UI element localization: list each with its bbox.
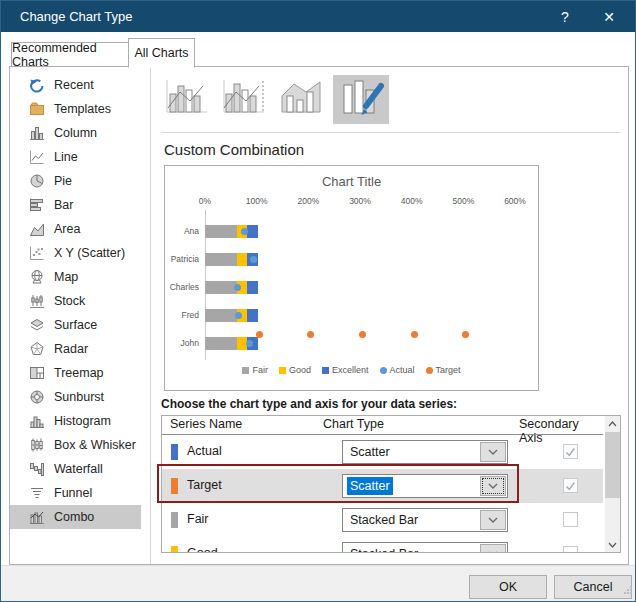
dropdown-arrow-button[interactable] [480,510,506,530]
secondary-axis-checkbox-target[interactable] [563,478,578,493]
ok-button[interactable]: OK [469,575,547,599]
dialog-titlebar: Change Chart Type ? ✕ [1,1,635,32]
sidebar-item-line[interactable]: Line [10,145,141,169]
legend-marker [279,367,286,374]
table-row-good[interactable]: Good Stacked Bar [162,537,603,553]
dropdown-arrow-button[interactable] [480,544,506,553]
category-label: Fred [165,310,199,320]
secondary-axis-checkbox-fair[interactable] [563,512,578,527]
subtype-stacked-area-clustered-column[interactable] [276,75,326,124]
legend-marker [322,367,329,374]
sidebar-item-xy-scatter[interactable]: X Y (Scatter) [10,241,141,265]
chart-preview: Chart Title 0%100%200%300%400%500%600% A… [164,165,539,391]
legend-label: Target [436,365,461,375]
sidebar-item-surface[interactable]: Surface [10,313,141,337]
sidebar-item-funnel[interactable]: Funnel [10,481,141,505]
sidebar-item-column[interactable]: Column [10,121,141,145]
sidebar-item-stock[interactable]: Stock [10,289,141,313]
chevron-down-icon [488,449,498,455]
table-row-actual[interactable]: Actual Scatter [162,435,603,469]
legend-marker [242,367,249,374]
sidebar-item-sunburst[interactable]: Sunburst [10,385,141,409]
series-name: Actual [187,444,222,458]
stacked-area-clustered-column-icon [278,78,324,122]
subtype-clustered-column-line-secondary-axis[interactable] [219,75,269,124]
scrollbar-thumb[interactable] [605,432,620,498]
subtype-clustered-column-line[interactable] [162,75,212,124]
scatter-point-actual [241,228,248,235]
legend-label: Actual [390,365,415,375]
secondary-axis-checkbox-actual[interactable] [563,444,578,459]
sidebar-item-recent[interactable]: Recent [10,73,141,97]
dialog-footer: OK Cancel [1,565,635,601]
x-tick-label: 0% [199,196,211,206]
tab-all-charts[interactable]: All Charts [128,38,195,68]
chart-type-dropdown-good[interactable]: Stacked Bar [342,542,508,553]
series-swatch [171,444,178,460]
sidebar-item-templates[interactable]: Templates [10,97,141,121]
series-prompt: Choose the chart type and axis for your … [161,397,457,411]
chart-type-dropdown-target[interactable]: Scatter [342,474,508,498]
radar-chart-icon [29,341,45,357]
legend-item: Fair [242,365,268,375]
subtype-divider [161,132,621,133]
chart-type-sidebar: Recent Templates Column Line Pie Bar Are… [10,71,149,557]
sidebar-item-map[interactable]: Map [10,265,141,289]
secondary-axis-checkbox-good[interactable] [563,546,578,553]
sidebar-item-combo[interactable]: Combo [10,505,141,529]
chart-type-dropdown-actual[interactable]: Scatter [342,440,508,464]
chart-type-dropdown-fair[interactable]: Stacked Bar [342,508,508,532]
table-scrollbar[interactable] [605,416,620,552]
scroll-down-button[interactable] [605,537,620,552]
legend-label: Good [289,365,311,375]
tab-recommended-charts[interactable]: Recommended Charts [11,42,131,67]
cancel-button[interactable]: Cancel [554,575,632,599]
sidebar-item-pie[interactable]: Pie [10,169,141,193]
scatter-point-actual [246,340,253,347]
sidebar-item-radar[interactable]: Radar [10,337,141,361]
combo-subtype-row [162,75,389,124]
stock-chart-icon [29,293,45,309]
table-row-target[interactable]: Target Scatter [162,469,603,503]
sidebar-item-treemap[interactable]: Treemap [10,361,141,385]
sidebar-item-bar[interactable]: Bar [10,193,141,217]
legend-item: Good [279,365,311,375]
x-tick-label: 300% [349,196,371,206]
series-swatch [171,512,178,528]
chevron-down-icon [488,551,498,553]
subtype-custom-combination[interactable] [333,75,389,124]
sidebar-item-area[interactable]: Area [10,217,141,241]
bar-segment-fair [205,337,237,350]
sidebar-item-box-whisker[interactable]: Box & Whisker [10,433,141,457]
line-chart-icon [29,149,45,165]
check-icon [564,446,577,459]
legend-label: Excellent [332,365,369,375]
series-name: Good [187,546,218,553]
category-label: Patricia [165,254,199,264]
close-button[interactable]: ✕ [587,1,631,32]
category-label: John [165,338,199,348]
dialog-title: Change Chart Type [20,9,133,24]
resize-grip[interactable] [623,581,633,599]
help-button[interactable]: ? [543,1,587,32]
dropdown-arrow-button[interactable] [480,476,506,496]
bar-segment-good [237,253,247,266]
scatter-point-actual [235,312,242,319]
change-chart-type-dialog: Change Chart Type ? ✕ Recommended Charts… [0,0,636,602]
legend-item: Excellent [322,365,369,375]
sidebar-item-waterfall[interactable]: Waterfall [10,457,141,481]
legend-item: Actual [380,365,415,375]
custom-combination-icon [336,77,386,123]
x-tick-label: 200% [297,196,319,206]
scroll-up-button[interactable] [605,416,620,431]
bar-segment-good [237,337,247,350]
bar-segment-fair [205,253,237,266]
table-row-fair[interactable]: Fair Stacked Bar [162,503,603,537]
chevron-up-icon [608,421,617,427]
sidebar-item-histogram[interactable]: Histogram [10,409,141,433]
dropdown-arrow-button[interactable] [480,442,506,462]
scatter-point-actual [234,284,241,291]
table-header: Series Name Chart Type Secondary Axis [162,416,603,435]
surface-chart-icon [29,317,45,333]
waterfall-chart-icon [29,461,45,477]
